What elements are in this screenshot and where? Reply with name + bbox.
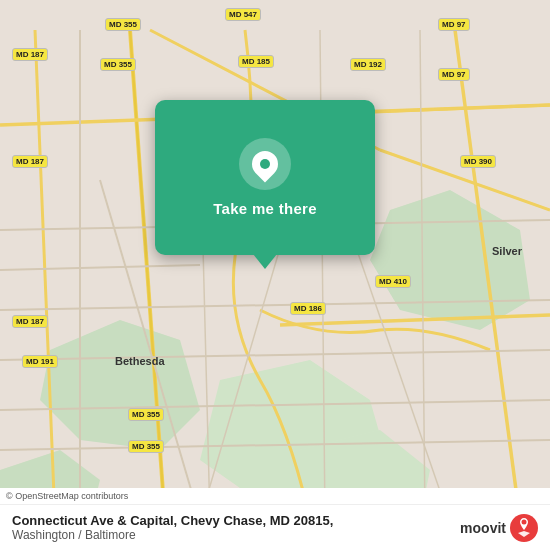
moovit-text: moovit bbox=[460, 520, 506, 536]
bottom-bar: © OpenStreetMap contributors Connecticut… bbox=[0, 488, 550, 550]
openstreetmap-credit: © OpenStreetMap contributors bbox=[0, 488, 550, 504]
location-text: Connecticut Ave & Capital, Chevy Chase, … bbox=[12, 513, 460, 542]
location-name: Connecticut Ave & Capital, Chevy Chase, … bbox=[12, 513, 460, 528]
road-badge-md97-mid: MD 97 bbox=[438, 68, 470, 81]
road-badge-md191: MD 191 bbox=[22, 355, 58, 368]
map-roads-svg bbox=[0, 0, 550, 550]
moovit-icon bbox=[510, 514, 538, 542]
location-info-bar: Connecticut Ave & Capital, Chevy Chase, … bbox=[0, 504, 550, 550]
location-pin-icon bbox=[247, 146, 284, 183]
road-badge-md355-top: MD 355 bbox=[105, 18, 141, 31]
map-container: MD 355 MD 547 MD 97 MD 187 MD 355 MD 185… bbox=[0, 0, 550, 550]
road-badge-md355-bot2: MD 355 bbox=[128, 440, 164, 453]
credit-text: © OpenStreetMap contributors bbox=[6, 491, 128, 501]
road-badge-md187-1: MD 187 bbox=[12, 48, 48, 61]
road-badge-md547: MD 547 bbox=[225, 8, 261, 21]
popup-card: Take me there bbox=[155, 100, 375, 255]
moovit-logo[interactable]: moovit bbox=[460, 514, 538, 542]
road-badge-md410: MD 410 bbox=[375, 275, 411, 288]
location-icon-wrapper bbox=[239, 138, 291, 190]
location-subtext: Washington / Baltimore bbox=[12, 528, 460, 542]
road-badge-md187-2: MD 187 bbox=[12, 155, 48, 168]
take-me-there-button[interactable]: Take me there bbox=[213, 200, 317, 217]
road-badge-md390: MD 390 bbox=[460, 155, 496, 168]
road-badge-md192: MD 192 bbox=[350, 58, 386, 71]
svg-point-29 bbox=[522, 519, 527, 524]
road-badge-md187-3: MD 187 bbox=[12, 315, 48, 328]
road-badge-md355-bot1: MD 355 bbox=[128, 408, 164, 421]
road-badge-md185: MD 185 bbox=[238, 55, 274, 68]
road-badge-md186: MD 186 bbox=[290, 302, 326, 315]
road-badge-md355-mid: MD 355 bbox=[100, 58, 136, 71]
road-badge-md97-top: MD 97 bbox=[438, 18, 470, 31]
